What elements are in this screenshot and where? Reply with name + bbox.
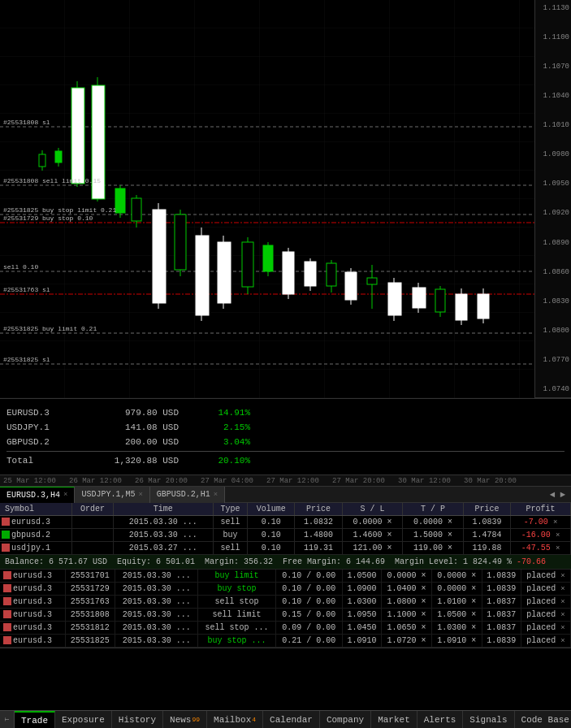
tab-market[interactable]: Market — [371, 711, 417, 729]
p-sl: 1.0720 × — [382, 635, 432, 648]
tab-signals[interactable]: Signals — [463, 711, 514, 729]
p-sl: 1.0400 × — [382, 583, 432, 596]
col-type: Type — [213, 503, 247, 516]
p-symbol: eurusd.3 — [0, 596, 65, 609]
cell-sl: 121.00 × — [342, 542, 403, 555]
cell-price2: 1.4784 — [463, 529, 510, 542]
tab-mailbox[interactable]: Mailbox4 — [207, 711, 263, 729]
price-label: 1.0860 — [537, 268, 569, 276]
cell-symbol: eurusd.3 — [0, 516, 72, 529]
tab-codebase[interactable]: Code Base — [515, 711, 571, 729]
p-tp: 0.0000 × — [431, 570, 482, 583]
svg-rect-41 — [327, 263, 336, 286]
p-time: 2015.03.30 ... — [115, 609, 198, 622]
col-order: Order — [72, 503, 113, 516]
price-label: 1.1130 — [537, 4, 569, 12]
tab-market-label: Market — [378, 715, 410, 725]
p-time: 2015.03.30 ... — [115, 583, 198, 596]
summary-panel: EURUSD.3 979.80 USD 14.91% USDJPY.1 141.… — [0, 398, 571, 475]
tab-trade[interactable]: Trade — [15, 711, 55, 729]
p-status: placed × — [521, 583, 570, 596]
svg-rect-3 — [0, 0, 534, 398]
summary-amount-2: 141.08 USD — [88, 422, 185, 432]
cell-order — [72, 516, 113, 529]
svg-rect-53 — [456, 294, 467, 320]
tab-calendar[interactable]: Calendar — [263, 711, 320, 729]
p-order: 25531701 — [65, 570, 115, 583]
cell-volume: 0.10 — [247, 542, 294, 555]
svg-text:#25531808 sl: #25531808 sl — [3, 119, 50, 126]
price-label: 1.0950 — [537, 180, 569, 188]
total-amount: 1,320.88 USD — [88, 456, 185, 466]
timestamp-bar: 25 Mar 12:00 26 Mar 12:00 26 Mar 20:00 2… — [0, 475, 571, 487]
chart-tab-label-1: EURUSD.3,H4 — [6, 491, 60, 500]
cell-tp: 0.0000 × — [403, 516, 464, 529]
chart-svg: #25531808 sl #25531808 sell limit 0.15 #… — [0, 0, 534, 398]
p-sl: 1.0650 × — [382, 622, 432, 635]
p-order: 25531825 — [65, 635, 115, 648]
p-type: sell stop ... — [198, 622, 275, 635]
p-volume: 0.10 / 0.00 — [275, 570, 342, 583]
chart-tab-close-3[interactable]: × — [214, 491, 218, 499]
chart-tab-close-1[interactable]: × — [63, 491, 67, 499]
pending-row: eurusd.3 25531729 2015.03.30 ... buy sto… — [0, 583, 571, 596]
p-price2: 1.0837 — [482, 596, 521, 609]
p-time: 2015.03.30 ... — [115, 596, 198, 609]
tab-next[interactable]: ► — [557, 490, 568, 500]
col-time: Time — [113, 503, 213, 516]
chart-tab-gbpusd[interactable]: GBPUSD.2,H1 × — [150, 487, 225, 503]
orders-table: Symbol Order Time Type Volume Price S / … — [0, 503, 571, 555]
cell-profit: -47.55 × — [511, 542, 571, 555]
p-tp: 1.0910 × — [431, 635, 482, 648]
tab-news[interactable]: News99 — [163, 711, 207, 729]
tab-alerts[interactable]: Alerts — [417, 711, 464, 729]
price-label: 1.0800 — [537, 327, 569, 335]
svg-rect-15 — [55, 151, 62, 162]
svg-rect-29 — [196, 236, 209, 315]
table-row: gbpusd.2 2015.03.30 ... buy 0.10 1.4800 … — [0, 529, 571, 542]
svg-text:#25531729 buy stop 0.10: #25531729 buy stop 0.10 — [3, 214, 93, 222]
tab-prev[interactable]: ◄ — [547, 490, 558, 500]
p-status: placed × — [521, 622, 570, 635]
cell-time: 2015.03.30 ... — [113, 529, 213, 542]
cell-tp: 1.5000 × — [403, 529, 464, 542]
p-volume: 0.09 / 0.00 — [275, 622, 342, 635]
p-volume: 0.21 / 0.00 — [275, 635, 342, 648]
svg-rect-55 — [478, 294, 489, 318]
total-label: Total — [6, 456, 88, 466]
tab-mailbox-label: Mailbox — [214, 715, 251, 725]
tab-history[interactable]: History — [112, 711, 163, 729]
tab-exposure[interactable]: Exposure — [55, 711, 112, 729]
price-label: 1.0890 — [537, 239, 569, 247]
summary-row: GBPUSD.2 200.00 USD 3.04% — [6, 435, 565, 449]
svg-text:#25531825 buy stop limit 0.21: #25531825 buy stop limit 0.21 — [3, 206, 116, 214]
tab-nav[interactable]: ◄ ► — [544, 490, 571, 500]
summary-symbol-1: EURUSD.3 — [6, 408, 88, 418]
tab-company[interactable]: Company — [320, 711, 371, 729]
p-symbol: eurusd.3 — [0, 635, 65, 648]
svg-text:#25531763 sl: #25531763 sl — [3, 286, 50, 293]
toolbox-button[interactable]: T — [0, 711, 15, 729]
summary-row: USDJPY.1 141.08 USD 2.15% — [6, 420, 565, 435]
price-label: 1.0980 — [537, 150, 569, 158]
summary-total-row: Total 1,320.88 USD 20.10% — [6, 453, 565, 468]
p-price2: 1.0839 — [482, 570, 521, 583]
pending-row: eurusd.3 25531825 2015.03.30 ... buy sto… — [0, 635, 571, 648]
cell-tp: 119.00 × — [403, 542, 464, 555]
chart-tab-usdjpy[interactable]: USDJPY.1,M5 × — [75, 487, 149, 503]
summary-pct-1: 14.91% — [185, 408, 250, 418]
toolbox-label: T — [3, 717, 11, 722]
col-volume: Volume — [247, 503, 294, 516]
cell-sl: 0.0000 × — [342, 516, 403, 529]
pending-orders-table: eurusd.3 25531701 2015.03.30 ... buy lim… — [0, 570, 571, 648]
p-price: 1.0910 — [342, 635, 381, 648]
col-tp: T / P — [403, 503, 464, 516]
p-status: placed × — [521, 570, 570, 583]
chart-tab-close-2[interactable]: × — [138, 491, 142, 499]
balance-profit: -70.66 — [517, 557, 546, 566]
cell-order — [72, 542, 113, 555]
svg-rect-49 — [413, 288, 426, 308]
chart-tab-eurusd[interactable]: EURUSD.3,H4 × — [0, 487, 75, 503]
mailbox-badge: 4 — [252, 716, 256, 723]
table-row: usdjpy.1 2015.03.27 ... sell 0.10 119.31… — [0, 542, 571, 555]
